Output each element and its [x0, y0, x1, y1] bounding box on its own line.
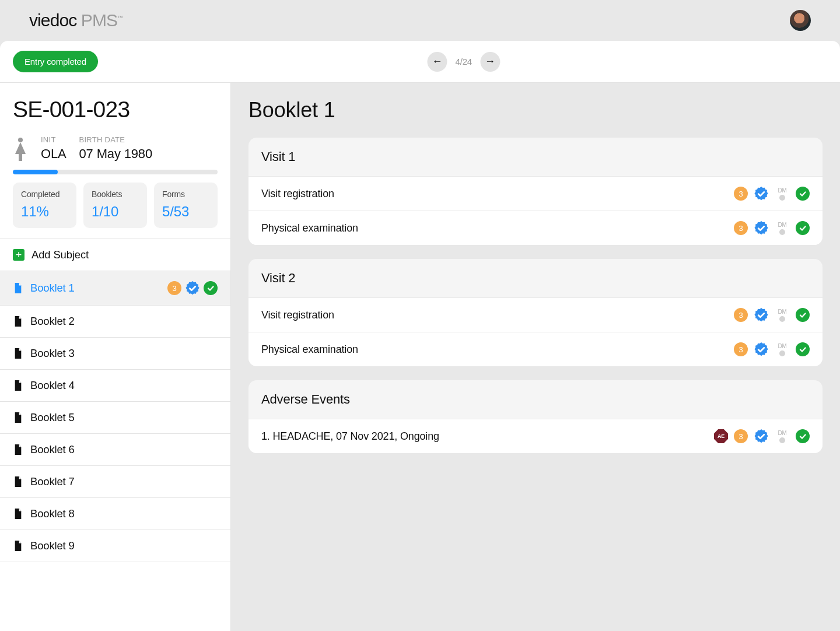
- adverse-event-badge: AE: [714, 429, 728, 443]
- form-row[interactable]: Physical examination3DM: [249, 332, 822, 366]
- document-icon: [13, 348, 23, 359]
- section-card: Visit 2Visit registration3DMPhysical exa…: [249, 259, 822, 366]
- count-badge: 3: [734, 221, 748, 235]
- form-row[interactable]: Physical examination3DM: [249, 211, 822, 245]
- pager-next-button[interactable]: →: [480, 52, 500, 72]
- sidebar-booklet-item[interactable]: Booklet 5: [0, 402, 230, 434]
- done-check-badge: [796, 187, 810, 201]
- sidebar-booklet-label: Booklet 7: [30, 475, 75, 488]
- sidebar-booklet-item[interactable]: Booklet 13: [0, 271, 230, 306]
- sidebar-booklet-label: Booklet 6: [30, 443, 75, 456]
- dm-status: DM: [775, 309, 790, 322]
- stat-booklets-value: 1/10: [92, 204, 139, 220]
- sidebar-booklet-item[interactable]: Booklet 3: [0, 338, 230, 370]
- sidebar-booklet-item[interactable]: Booklet 9: [0, 530, 230, 562]
- form-row[interactable]: Visit registration3DM: [249, 176, 822, 211]
- document-icon: [13, 509, 23, 519]
- dm-dot-icon: [779, 195, 785, 201]
- done-check-badge: [796, 221, 810, 235]
- section-title: Visit 1: [249, 138, 822, 176]
- count-badge: 3: [734, 187, 748, 201]
- entry-completed-chip[interactable]: Entry completed: [13, 51, 98, 72]
- subject-header: SE-001-023 INIT OLA BIRTH DATE 07 May 19…: [0, 83, 230, 239]
- form-row-label: Physical examination: [261, 222, 358, 234]
- section-title: Visit 2: [249, 259, 822, 297]
- verified-seal-icon: [754, 220, 769, 236]
- form-row[interactable]: 1. HEADACHE, 07 Nov 2021, OngoingAE3DM: [249, 419, 822, 453]
- document-icon: [13, 444, 23, 455]
- birthdate-value: 07 May 1980: [79, 146, 152, 162]
- add-subject-button[interactable]: + Add Subject: [0, 239, 230, 271]
- verified-seal-icon: [754, 307, 769, 322]
- stat-forms: Forms 5/53: [154, 183, 218, 228]
- section-title: Adverse Events: [249, 380, 822, 419]
- document-icon: [13, 316, 23, 327]
- arrow-right-icon: →: [485, 55, 495, 68]
- sidebar-booklet-label: Booklet 3: [30, 347, 75, 360]
- stat-booklets: Booklets 1/10: [83, 183, 147, 228]
- document-icon: [13, 283, 23, 293]
- user-avatar[interactable]: [790, 10, 811, 31]
- brand-logo: viedoc PMS™: [29, 10, 790, 30]
- init-value: OLA: [41, 146, 66, 162]
- sidebar-booklet-label: Booklet 9: [30, 539, 75, 552]
- dm-label: DM: [778, 222, 786, 228]
- verified-seal-icon: [185, 281, 200, 296]
- stat-forms-label: Forms: [162, 190, 209, 199]
- dm-status: DM: [775, 430, 790, 443]
- document-icon: [13, 476, 23, 487]
- sidebar-booklet-label: Booklet 2: [30, 315, 75, 328]
- sidebar-booklet-item[interactable]: Booklet 7: [0, 466, 230, 498]
- sidebar-booklet-label: Booklet 8: [30, 507, 75, 520]
- stat-forms-value: 5/53: [162, 204, 209, 220]
- dm-dot-icon: [779, 316, 785, 322]
- sidebar-booklet-item[interactable]: Booklet 6: [0, 434, 230, 466]
- done-check-badge: [796, 308, 810, 322]
- sidebar-booklet-label: Booklet 4: [30, 379, 75, 392]
- gender-female-icon: [13, 137, 28, 162]
- section-card: Adverse Events1. HEADACHE, 07 Nov 2021, …: [249, 380, 822, 453]
- pager: ← 4/24 →: [427, 52, 500, 72]
- form-row-label: Visit registration: [261, 188, 334, 200]
- verified-seal-icon: [754, 186, 769, 201]
- document-icon: [13, 380, 23, 391]
- brand-name: viedoc: [29, 10, 76, 30]
- form-row-label: Visit registration: [261, 309, 334, 321]
- done-check-badge: [204, 281, 218, 295]
- sidebar-booklet-label: Booklet 1: [30, 282, 75, 295]
- stat-completed-label: Completed: [21, 190, 68, 199]
- dm-label: DM: [778, 430, 786, 436]
- done-check-badge: [796, 342, 810, 356]
- dm-label: DM: [778, 309, 786, 315]
- form-row-label: 1. HEADACHE, 07 Nov 2021, Ongoing: [261, 430, 439, 443]
- count-badge: 3: [734, 429, 748, 443]
- dm-status: DM: [775, 222, 790, 235]
- verified-seal-icon: [754, 429, 769, 444]
- dm-dot-icon: [779, 229, 785, 235]
- dm-dot-icon: [779, 437, 785, 443]
- document-icon: [13, 541, 23, 551]
- dm-dot-icon: [779, 350, 785, 356]
- dm-status: DM: [775, 187, 790, 201]
- form-row[interactable]: Visit registration3DM: [249, 297, 822, 332]
- dm-label: DM: [778, 187, 786, 194]
- progress-bar: [13, 170, 218, 174]
- sidebar-booklet-item[interactable]: Booklet 4: [0, 370, 230, 402]
- count-badge: 3: [734, 342, 748, 356]
- stat-completed: Completed 11%: [13, 183, 76, 228]
- add-subject-label: Add Subject: [32, 248, 89, 261]
- page-title: Booklet 1: [249, 98, 822, 122]
- sidebar-booklet-item[interactable]: Booklet 2: [0, 306, 230, 338]
- dm-label: DM: [778, 343, 786, 349]
- birthdate-label: BIRTH DATE: [79, 135, 152, 144]
- form-row-label: Physical examination: [261, 343, 358, 356]
- pager-prev-button[interactable]: ←: [427, 52, 447, 72]
- count-badge: 3: [167, 281, 181, 295]
- sidebar-booklet-item[interactable]: Booklet 8: [0, 498, 230, 530]
- document-icon: [13, 412, 23, 423]
- sidebar-booklet-label: Booklet 5: [30, 411, 75, 424]
- subject-id: SE-001-023: [13, 97, 218, 122]
- plus-icon: +: [13, 249, 24, 261]
- count-badge: 3: [734, 308, 748, 322]
- progress-fill: [13, 170, 58, 174]
